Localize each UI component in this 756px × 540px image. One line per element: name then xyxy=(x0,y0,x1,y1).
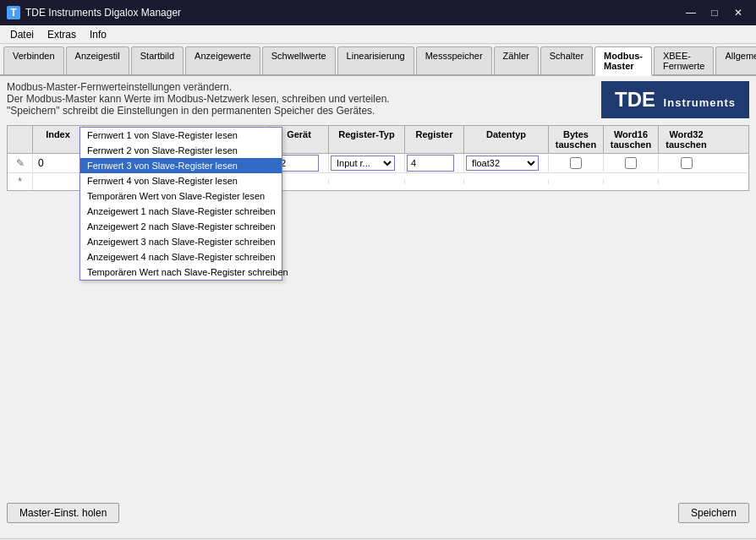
row-word32-tauschen[interactable] xyxy=(659,155,714,172)
tab-modbus-master[interactable]: Modbus-Master xyxy=(594,46,652,76)
maximize-button[interactable]: □ xyxy=(704,4,726,21)
dropdown-item-0[interactable]: Fernwert 1 von Slave-Register lesen xyxy=(80,128,282,143)
row-register[interactable] xyxy=(405,154,464,172)
row-datentyp[interactable]: float32 xyxy=(464,155,549,172)
tab-xbee-fernwerte[interactable]: XBEE-Fernwerte xyxy=(654,46,715,74)
word32-tauschen-checkbox[interactable] xyxy=(681,157,693,169)
row-edit-icon: ✎ xyxy=(8,155,33,172)
dropdown-item-4[interactable]: Temporären Wert von Slave-Register lesen xyxy=(80,188,282,204)
close-button[interactable]: ✕ xyxy=(727,4,749,21)
datentyp-select[interactable]: float32 xyxy=(466,155,539,171)
register-input[interactable] xyxy=(407,155,454,172)
speichern-button[interactable]: Speichern xyxy=(678,503,749,523)
word16-tauschen-checkbox[interactable] xyxy=(625,157,637,169)
menu-extras[interactable]: Extras xyxy=(41,27,83,42)
content-wrapper: Modbus-Master-Fernwerteinstellungen verä… xyxy=(0,76,756,499)
tab-linearisierung[interactable]: Linearisierung xyxy=(337,46,414,74)
title-bar-controls: — □ ✕ xyxy=(680,4,749,21)
minimize-button[interactable]: — xyxy=(680,4,702,21)
tab-messspeicher[interactable]: Messspeicher xyxy=(416,46,492,74)
master-einst-holen-button[interactable]: Master-Einst. holen xyxy=(7,503,119,523)
app-icon: T xyxy=(7,6,20,19)
th-index: Index xyxy=(33,126,84,153)
menu-datei[interactable]: Datei xyxy=(3,27,41,42)
dropdown-item-2[interactable]: Fernwert 3 von Slave-Register lesen xyxy=(80,158,282,173)
th-idx xyxy=(8,126,33,153)
dropdown-item-7[interactable]: Anzeigewert 3 nach Slave-Register schrei… xyxy=(80,234,282,249)
th-word16-tauschen: Word16 tauschen xyxy=(604,126,659,153)
new-row-datentyp xyxy=(464,179,549,184)
tab-bar: Verbinden Anzeigestil Startbild Anzeigew… xyxy=(0,44,756,76)
dropdown-item-5[interactable]: Anzeigewert 1 nach Slave-Register schrei… xyxy=(80,204,282,219)
header-line3: "Speichern" schreibt die Einstellungen i… xyxy=(7,105,390,117)
new-row-word32 xyxy=(659,179,714,184)
aktion-dropdown[interactable]: Fernwert 1 von Slave-Register lesen Fern… xyxy=(79,127,282,281)
th-register: Register xyxy=(405,126,464,153)
menu-info[interactable]: Info xyxy=(83,27,113,42)
menu-bar: Datei Extras Info xyxy=(0,25,756,44)
dropdown-item-9[interactable]: Temporären Wert nach Slave-Register schr… xyxy=(80,265,282,280)
th-word32-tauschen: Word32 tauschen xyxy=(659,126,714,153)
tab-schwellwerte[interactable]: Schwellwerte xyxy=(262,46,336,74)
tab-verbinden[interactable]: Verbinden xyxy=(3,46,64,74)
header-line2: Der Modbus-Master kann Werte im Modbus-N… xyxy=(7,93,390,105)
dropdown-item-8[interactable]: Anzeigewert 4 nach Slave-Register schrei… xyxy=(80,249,282,265)
tde-logo: TDE Instruments xyxy=(601,81,749,118)
dropdown-item-6[interactable]: Anzeigewert 2 nach Slave-Register schrei… xyxy=(80,219,282,234)
tab-schalter[interactable]: Schalter xyxy=(540,46,593,74)
bytes-tauschen-checkbox[interactable] xyxy=(570,157,582,169)
row-index: 0 xyxy=(33,155,84,172)
tab-anzeigewerte[interactable]: Anzeigewerte xyxy=(185,46,260,74)
header-text: Modbus-Master-Fernwerteinstellungen verä… xyxy=(7,81,390,117)
th-register-typ: Register-Typ xyxy=(329,126,405,153)
row-bytes-tauschen[interactable] xyxy=(549,155,604,172)
dropdown-item-3[interactable]: Fernwert 4 von Slave-Register lesen xyxy=(80,173,282,188)
tab-startbild[interactable]: Startbild xyxy=(131,46,184,74)
new-row-word16 xyxy=(604,179,659,184)
new-row-index xyxy=(33,179,84,184)
th-bytes-tauschen: Bytes tauschen xyxy=(549,126,604,153)
registertyp-select[interactable]: Input r... xyxy=(331,155,395,171)
new-row-bytes xyxy=(549,179,604,184)
th-datentyp: Datentyp xyxy=(464,126,549,153)
header-line1: Modbus-Master-Fernwerteinstellungen verä… xyxy=(7,81,390,93)
logo-tde: TDE xyxy=(615,88,655,111)
tab-allgemein[interactable]: Allgemein xyxy=(715,46,756,74)
row-word16-tauschen[interactable] xyxy=(604,155,659,172)
new-row-icon: * xyxy=(8,173,33,190)
tab-zaehler[interactable]: Zähler xyxy=(494,46,539,74)
bottom-bar: Master-Einst. holen Speichern xyxy=(0,499,756,526)
header-section: Modbus-Master-Fernwerteinstellungen verä… xyxy=(7,81,749,118)
tab-anzeigestil[interactable]: Anzeigestil xyxy=(66,46,129,74)
dropdown-item-1[interactable]: Fernwert 2 von Slave-Register lesen xyxy=(80,143,282,158)
title-bar: T TDE Instruments Digalox Manager — □ ✕ xyxy=(0,0,756,25)
title-bar-text: TDE Instruments Digalox Manager xyxy=(25,7,680,19)
row-register-typ[interactable]: Input r... xyxy=(329,155,405,172)
main-wrapper: Modbus-Master-Fernwerteinstellungen verä… xyxy=(0,76,756,540)
new-row-regtype xyxy=(329,179,405,184)
new-row-register xyxy=(405,179,464,184)
logo-instruments: Instruments xyxy=(664,96,736,109)
